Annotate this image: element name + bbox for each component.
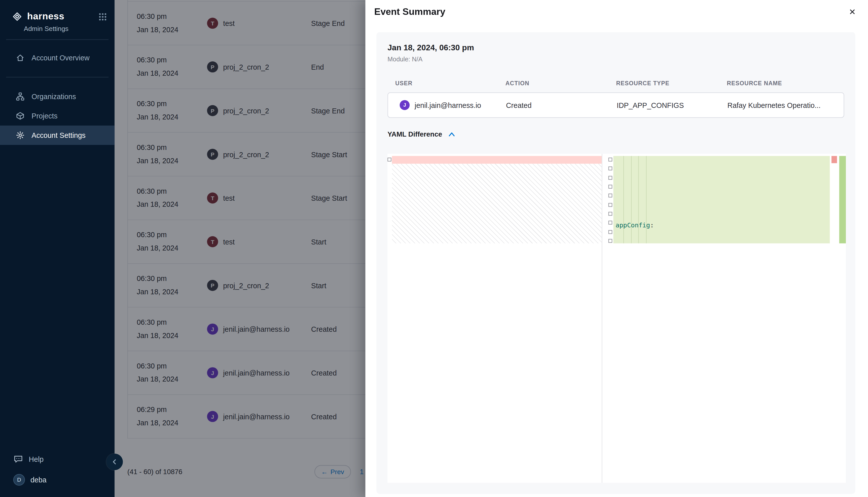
diff-fold-marker[interactable] [608, 158, 612, 161]
diff-fold-marker[interactable] [608, 221, 612, 224]
sidebar-collapse-button[interactable] [106, 454, 123, 470]
sidebar-item-organizations[interactable]: Organizations [0, 87, 114, 106]
avatar: J [400, 100, 410, 110]
diff-added-block: appConfig: configs: |- proxy: '/rs-plugi… [613, 156, 830, 243]
diff-empty-region [392, 164, 602, 243]
diff-fold-marker[interactable] [608, 185, 612, 188]
diff-fold-marker[interactable] [608, 176, 612, 180]
diff-fold-marker[interactable] [608, 212, 612, 215]
sidebar: harness Admin Settings Account Overview [0, 0, 114, 497]
sidebar-footer: Help D deba [0, 450, 114, 491]
diff-fold-marker[interactable] [608, 203, 612, 207]
event-card: Jan 18, 2024, 06:30 pm Module: N/A USER … [376, 32, 855, 494]
overview-ruler-added[interactable] [839, 156, 846, 243]
column-resource-name: RESOURCE NAME [727, 80, 836, 86]
user-menu[interactable]: D deba [0, 469, 114, 491]
sidebar-header: harness [0, 0, 114, 22]
avatar: D [13, 473, 25, 485]
gear-icon [16, 131, 24, 139]
help-label: Help [29, 455, 43, 463]
yaml-difference-label: YAML Difference [387, 130, 442, 138]
event-row: J jenil.jain@harness.io Created IDP_APP_… [387, 92, 844, 118]
yaml-difference-section: YAML Difference [387, 130, 844, 138]
diff-fold-marker[interactable] [387, 158, 391, 161]
column-action: ACTION [506, 80, 616, 86]
drawer-header: Event Summary ✕ [365, 0, 868, 24]
close-icon[interactable]: ✕ [846, 5, 858, 19]
divider [6, 77, 109, 77]
sidebar-item-label: Account Settings [31, 131, 86, 139]
event-datetime: Jan 18, 2024, 06:30 pm [387, 43, 844, 52]
yaml-diff-editor[interactable]: appConfig: configs: |- proxy: '/rs-plugi… [387, 154, 846, 483]
diff-fold-marker[interactable] [608, 194, 612, 197]
column-resource-type: RESOURCE TYPE [616, 80, 727, 86]
sidebar-item-projects[interactable]: Projects [0, 106, 114, 126]
sidebar-item-label: Projects [31, 112, 57, 120]
drawer-title: Event Summary [374, 6, 445, 18]
event-resource-name: Rafay Kubernetes Operatio... [727, 101, 836, 109]
event-user-cell: J jenil.jain@harness.io [396, 100, 506, 110]
app-grid-icon[interactable] [98, 12, 107, 20]
chat-icon [14, 455, 23, 464]
help-button[interactable]: Help [0, 450, 114, 469]
sidebar-item-account-settings[interactable]: Account Settings [0, 126, 114, 145]
harness-logo-icon [12, 12, 22, 22]
sidebar-item-label: Organizations [31, 92, 76, 101]
diff-fold-marker[interactable] [608, 230, 612, 234]
app: harness Admin Settings Account Overview [0, 0, 868, 497]
column-user: USER [395, 80, 506, 86]
sidebar-subtitle: Admin Settings [24, 25, 115, 33]
chevron-left-icon [111, 458, 118, 465]
event-table-header: USER ACTION RESOURCE TYPE RESOURCE NAME [387, 80, 844, 86]
event-module: Module: N/A [387, 56, 844, 62]
diff-fold-marker[interactable] [608, 167, 612, 170]
sidebar-nav: Account Overview Organizations [0, 40, 114, 145]
diff-pane-separator[interactable] [602, 154, 602, 483]
indent-guide [638, 156, 639, 243]
projects-icon [16, 112, 24, 120]
diff-removed-line [392, 156, 602, 164]
overview-ruler-removed [831, 156, 837, 163]
home-icon [16, 54, 24, 62]
user-name: deba [30, 475, 46, 484]
organizations-icon [16, 92, 24, 101]
event-resource-type: IDP_APP_CONFIGS [617, 101, 728, 109]
sidebar-item-account-overview[interactable]: Account Overview [0, 48, 114, 67]
sidebar-item-label: Account Overview [31, 54, 89, 62]
yaml-line: appConfig: [616, 221, 830, 230]
event-user: jenil.jain@harness.io [415, 101, 481, 109]
event-summary-drawer: Event Summary ✕ Jan 18, 2024, 06:30 pm M… [365, 0, 868, 497]
indent-guide [623, 156, 624, 243]
diff-fold-marker[interactable] [608, 239, 612, 243]
event-action: Created [506, 101, 617, 109]
brand-name: harness [27, 11, 65, 22]
chevron-up-icon[interactable] [447, 131, 455, 138]
indent-guide [646, 156, 646, 243]
indent-guide [631, 156, 632, 243]
